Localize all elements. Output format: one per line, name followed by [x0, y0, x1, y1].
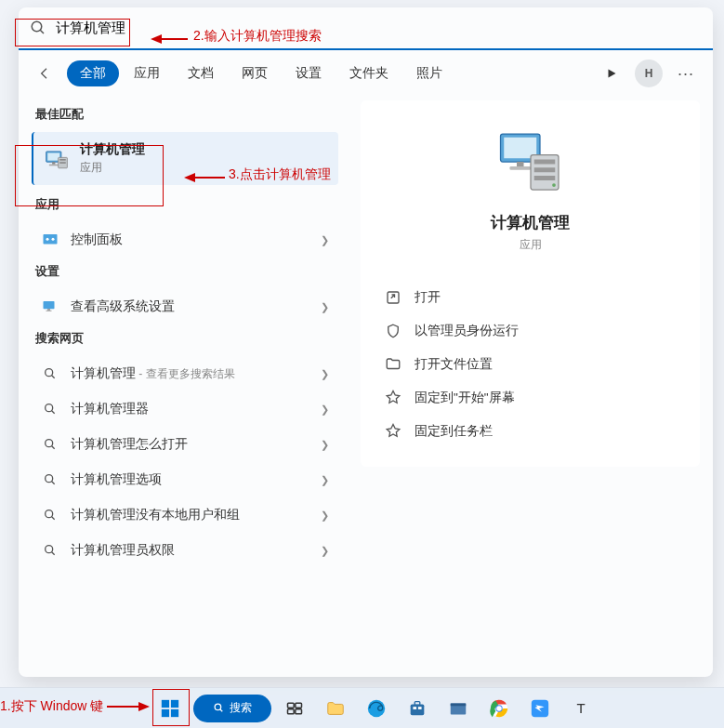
tab-web[interactable]: 网页 — [229, 60, 281, 86]
svg-point-36 — [552, 183, 556, 187]
action-open[interactable]: 打开 — [379, 281, 681, 314]
chrome-button[interactable] — [481, 691, 517, 726]
search-input[interactable] — [56, 20, 702, 36]
action-label: 固定到任务栏 — [415, 423, 493, 440]
web-result[interactable]: 计算机管理怎么打开 ❯ — [32, 427, 338, 462]
start-button[interactable] — [152, 691, 188, 726]
tab-all[interactable]: 全部 — [67, 60, 119, 86]
svg-line-44 — [220, 709, 222, 711]
search-panel: 全部 应用 文档 网页 设置 文件夹 照片 H ··· 最佳匹配 计算机管理 应… — [19, 7, 713, 677]
svg-point-11 — [46, 238, 49, 241]
list-item-label: 控制面板 — [71, 232, 321, 248]
more-button[interactable]: ··· — [672, 60, 700, 87]
web-result[interactable]: 计算机管理 - 查看更多搜索结果 ❯ — [32, 356, 338, 391]
web-result[interactable]: 计算机管理选项 ❯ — [32, 462, 338, 497]
svg-rect-31 — [509, 166, 531, 170]
chevron-right-icon: ❯ — [321, 301, 329, 313]
explorer-icon[interactable] — [441, 691, 476, 726]
settings-header: 设置 — [32, 258, 338, 289]
detail-column: 计算机管理 应用 打开 以管理员身份运行 打开文件位置 固定到"开始"屏幕 — [361, 100, 700, 668]
svg-rect-37 — [388, 292, 399, 303]
svg-rect-53 — [418, 707, 422, 709]
annotation-step2: 2.输入计算机管理搜索 — [193, 28, 322, 45]
svg-rect-48 — [296, 708, 302, 713]
svg-rect-8 — [59, 159, 66, 161]
svg-marker-2 — [609, 70, 616, 78]
action-label: 以管理员身份运行 — [415, 323, 519, 339]
action-pin-taskbar[interactable]: 固定到任务栏 — [379, 415, 681, 448]
tab-folders[interactable]: 文件夹 — [336, 60, 401, 86]
best-match-header: 最佳匹配 — [32, 100, 338, 132]
action-pin-start[interactable]: 固定到"开始"屏幕 — [379, 381, 681, 415]
computer-management-large-icon — [494, 125, 568, 199]
text-tool-button[interactable]: T — [563, 691, 599, 726]
web-result[interactable]: 计算机管理员权限 ❯ — [32, 533, 338, 568]
tab-apps[interactable]: 应用 — [121, 60, 173, 86]
best-match-subtitle: 应用 — [80, 160, 145, 176]
search-icon — [41, 541, 59, 560]
action-open-location[interactable]: 打开文件位置 — [379, 348, 681, 381]
results-column: 最佳匹配 计算机管理 应用 应用 控制面板 ❯ 设置 — [32, 100, 338, 668]
list-item-label: 计算机管理选项 — [71, 471, 321, 488]
svg-point-12 — [52, 238, 55, 241]
search-bar[interactable] — [19, 7, 713, 50]
svg-rect-13 — [44, 301, 55, 309]
computer-management-icon — [45, 147, 69, 171]
svg-point-26 — [46, 546, 53, 553]
user-avatar[interactable]: H — [635, 60, 663, 87]
file-explorer-button[interactable] — [318, 691, 353, 726]
svg-text:T: T — [576, 700, 585, 716]
svg-point-18 — [46, 404, 53, 412]
chevron-right-icon: ❯ — [321, 510, 329, 522]
svg-rect-6 — [49, 164, 59, 165]
chevron-right-icon: ❯ — [321, 404, 329, 416]
chevron-right-icon: ❯ — [321, 368, 329, 380]
svg-rect-41 — [162, 708, 169, 716]
svg-line-21 — [52, 446, 55, 449]
list-item-label: 计算机管理器 — [71, 401, 321, 417]
svg-point-20 — [46, 440, 53, 447]
svg-rect-14 — [47, 309, 50, 311]
setting-advanced-system[interactable]: 查看高级系统设置 ❯ — [32, 289, 338, 324]
svg-rect-30 — [517, 162, 524, 166]
action-run-admin[interactable]: 以管理员身份运行 — [379, 314, 681, 348]
svg-rect-42 — [171, 708, 178, 716]
search-icon — [41, 364, 59, 383]
store-button[interactable] — [400, 691, 435, 726]
open-icon — [385, 289, 401, 306]
back-button[interactable] — [32, 60, 58, 86]
folder-icon — [385, 356, 401, 373]
chevron-right-icon: ❯ — [321, 439, 329, 451]
taskbar-search-button[interactable]: 搜索 — [193, 695, 271, 722]
chevron-right-icon: ❯ — [321, 234, 329, 246]
web-result[interactable]: 计算机管理没有本地用户和组 ❯ — [32, 497, 338, 533]
tab-settings[interactable]: 设置 — [283, 60, 335, 86]
web-result[interactable]: 计算机管理器 ❯ — [32, 391, 338, 427]
tab-documents[interactable]: 文档 — [175, 60, 227, 86]
action-label: 打开文件位置 — [415, 356, 493, 373]
action-label: 固定到"开始"屏幕 — [415, 390, 515, 406]
chevron-right-icon: ❯ — [321, 545, 329, 557]
search-icon — [41, 506, 59, 524]
svg-rect-40 — [171, 699, 178, 707]
search-icon — [41, 435, 59, 454]
chevron-right-icon: ❯ — [321, 474, 329, 486]
svg-rect-50 — [411, 704, 425, 715]
play-button[interactable] — [598, 60, 625, 87]
list-item-label: 查看高级系统设置 — [71, 298, 321, 315]
detail-card: 计算机管理 应用 打开 以管理员身份运行 打开文件位置 固定到"开始"屏幕 — [361, 100, 700, 467]
svg-rect-15 — [46, 311, 52, 311]
detail-title: 计算机管理 — [379, 212, 681, 233]
search-icon — [41, 470, 59, 489]
search-icon — [30, 20, 46, 36]
svg-rect-34 — [533, 167, 555, 172]
edge-button[interactable] — [359, 691, 394, 726]
task-view-button[interactable] — [277, 691, 312, 726]
dingtalk-button[interactable] — [522, 691, 558, 726]
taskbar-search-label: 搜索 — [230, 700, 252, 716]
tab-photos[interactable]: 照片 — [403, 60, 455, 86]
best-match-title: 计算机管理 — [80, 141, 145, 158]
svg-point-24 — [46, 510, 53, 518]
svg-point-0 — [32, 21, 42, 32]
app-control-panel[interactable]: 控制面板 ❯ — [32, 222, 338, 258]
